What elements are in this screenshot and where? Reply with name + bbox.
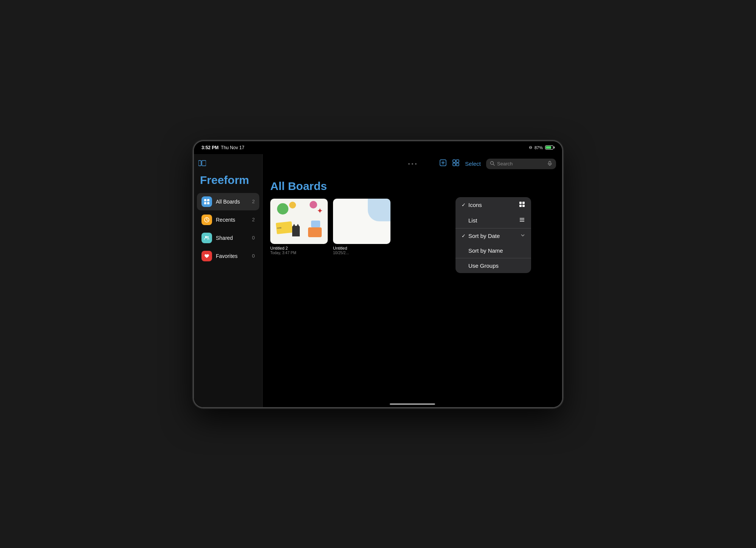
dropdown-item-icons[interactable]: ✓ Icons [455,197,531,213]
svg-point-7 [205,236,207,238]
toolbar-dots [408,163,417,165]
board-card-title-1: Untitled 2 [270,246,328,250]
svg-rect-4 [204,202,206,204]
device-frame: 3:52 PM Thu Nov 17 ⊖ 87% [193,140,563,408]
dropdown-item-sort-date[interactable]: ✓ Sort by Date [455,228,531,243]
shape-pink-ball [310,201,317,208]
battery-pct: 87% [534,145,543,150]
status-bar: 3:52 PM Thu Nov 17 ⊖ 87% [194,141,562,154]
cat-figure [292,226,300,236]
dropdown-label-use-groups: Use Groups [468,262,525,269]
sidebar-item-count-all-boards: 2 [252,199,255,204]
board2-accent [368,199,390,221]
sidebar-header [194,159,262,171]
board-thumbnail-1: ✦ note [270,199,328,244]
icons-grid-icon [519,201,525,208]
sidebar-item-favorites[interactable]: Favorites 0 [197,247,259,265]
status-date: Thu Nov 17 [221,145,244,150]
board-card-title-2: Untitled [333,246,390,250]
sort-date-chevron [521,233,525,239]
sidebar-item-count-favorites: 0 [252,253,255,259]
board-card-2[interactable]: Untitled 10/25/2... [333,199,390,255]
shape-green-ball [277,203,288,215]
dropdown-menu: ✓ Icons [455,197,531,273]
list-icon [519,217,525,224]
all-boards-icon [201,196,212,207]
status-right: ⊖ 87% [529,145,555,150]
battery-tip [554,147,555,148]
dragonfly-icon: ✦ [317,206,323,215]
sidebar-item-recents[interactable]: Recents 2 [197,211,259,228]
svg-rect-20 [519,202,522,204]
home-indicator [390,403,435,405]
board-content-1: ✦ note [270,199,328,244]
battery-fill [546,146,551,149]
new-board-button[interactable] [439,159,447,168]
sidebar-item-label-shared: Shared [216,235,252,241]
shape-yellow-ball [289,202,296,208]
sidebar-item-all-boards[interactable]: All Boards 2 [197,193,259,210]
dot1 [408,163,410,165]
svg-rect-15 [456,163,459,166]
board-card-1[interactable]: ✦ note [270,199,328,255]
board-thumbnail-2 [333,199,390,244]
sidebar-item-count-shared: 0 [252,235,255,241]
sidebar-item-label-all-boards: All Boards [216,199,252,205]
svg-rect-0 [198,161,201,166]
mic-icon[interactable] [547,161,552,167]
svg-rect-13 [456,160,459,162]
board-card-date-2: 10/25/2... [333,251,390,255]
app-container: Freeform All Boards 2 [194,154,562,407]
search-icon [490,161,495,167]
status-time: 3:52 PM [201,145,218,150]
sticky-note-1: note [276,221,293,234]
svg-rect-14 [453,163,455,166]
svg-rect-18 [549,161,551,164]
search-placeholder: Search [497,161,545,167]
dropdown-item-list[interactable]: List [455,213,531,228]
battery-body [545,145,553,150]
svg-rect-23 [522,205,525,207]
battery-bar [545,145,555,150]
icons-check: ✓ [462,202,468,208]
dot3 [415,163,417,165]
recents-icon [201,215,212,225]
favorites-icon [201,251,212,261]
svg-rect-2 [204,199,206,201]
svg-rect-21 [522,202,525,204]
dropdown-item-use-groups[interactable]: Use Groups [455,258,531,273]
main-content: Select Search [263,154,562,407]
dropdown-label-sort-date: Sort by Date [468,233,519,239]
dropdown-label-icons: Icons [468,202,519,208]
board-card-info-2: Untitled 10/25/2... [333,246,390,255]
sort-date-check: ✓ [462,233,468,239]
sidebar-item-shared[interactable]: Shared 0 [197,229,259,247]
svg-rect-3 [207,199,209,201]
dropdown-label-list: List [468,217,519,224]
app-title: Freeform [194,171,262,193]
board-card-date-1: Today, 3:47 PM [270,251,328,255]
sidebar-item-label-recents: Recents [216,217,252,223]
dropdown-item-sort-name[interactable]: Sort by Name [455,243,531,258]
toolbar-right: Select Search [439,159,556,169]
wifi-icon: ⊖ [529,145,532,150]
sidebar-item-label-favorites: Favorites [216,253,252,259]
select-button[interactable]: Select [465,161,481,167]
board-card-info-1: Untitled 2 Today, 3:47 PM [270,246,328,255]
svg-rect-12 [453,160,455,162]
sidebar-item-count-recents: 2 [252,217,255,222]
svg-rect-5 [207,202,209,204]
content-area: All Boards ✦ note [263,174,562,407]
dot2 [412,163,413,165]
search-bar[interactable]: Search [486,159,556,169]
shared-icon [201,233,212,243]
orange-card [308,227,322,237]
page-title: All Boards [270,180,555,193]
svg-point-8 [207,236,209,238]
svg-line-17 [493,164,495,165]
sidebar-toggle-icon[interactable] [198,160,206,168]
dropdown-label-sort-name: Sort by Name [468,247,525,254]
svg-rect-1 [202,161,206,166]
svg-rect-22 [519,205,522,207]
grid-view-button[interactable] [452,159,460,168]
